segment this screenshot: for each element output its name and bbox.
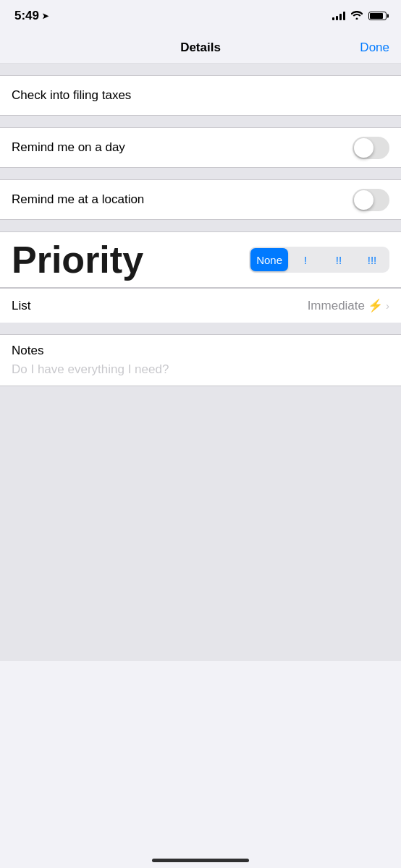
remind-day-toggle[interactable] — [353, 137, 389, 159]
section-gap-5 — [0, 323, 401, 334]
task-title-row[interactable]: Check into filing taxes — [0, 75, 401, 116]
section-gap-2 — [0, 116, 401, 127]
remind-day-row: Remind me on a day — [0, 127, 401, 168]
location-icon: ➤ — [42, 12, 48, 21]
list-row[interactable]: List Immediate ⚡ › — [0, 288, 401, 323]
remind-location-row: Remind me at a location — [0, 179, 401, 220]
priority-option-high[interactable]: !!! — [356, 248, 388, 271]
time-display: 5:49 — [14, 9, 39, 23]
task-title: Check into filing taxes — [12, 88, 131, 103]
status-right-icons — [332, 11, 387, 22]
list-chevron-icon: › — [386, 299, 389, 312]
section-gap-4 — [0, 220, 401, 231]
toggle-knob — [354, 138, 373, 158]
notes-placeholder: Do I have everything I need? — [12, 362, 389, 377]
priority-segmented-control[interactable]: None ! !! !!! — [249, 247, 389, 273]
nav-bar: Details Done — [0, 32, 401, 64]
status-bar: 5:49 ➤ — [0, 0, 401, 32]
done-button[interactable]: Done — [360, 41, 389, 55]
home-indicator — [152, 859, 249, 862]
list-value-text: Immediate — [308, 299, 365, 313]
priority-option-none[interactable]: None — [250, 248, 288, 271]
list-label: List — [12, 299, 30, 313]
remind-location-toggle[interactable] — [353, 189, 389, 211]
bottom-area — [0, 386, 401, 661]
notes-section[interactable]: Notes Do I have everything I need? — [0, 334, 401, 386]
remind-day-label: Remind me on a day — [12, 140, 125, 155]
toggle-knob-2 — [354, 190, 373, 210]
status-time: 5:49 ➤ — [14, 9, 48, 23]
battery-icon — [368, 12, 387, 20]
notes-label: Notes — [12, 344, 389, 358]
wifi-icon — [351, 11, 363, 22]
priority-row: Priority None ! !! !!! — [0, 231, 401, 288]
list-value: Immediate ⚡ › — [308, 298, 389, 313]
priority-option-low[interactable]: ! — [290, 248, 321, 271]
nav-title: Details — [180, 41, 221, 55]
list-value-icon: ⚡ — [368, 298, 383, 313]
remind-location-label: Remind me at a location — [12, 192, 144, 207]
signal-icon — [332, 12, 345, 20]
section-gap-1 — [0, 64, 401, 75]
section-gap-3 — [0, 168, 401, 179]
priority-label: Priority — [12, 241, 143, 278]
priority-option-medium[interactable]: !! — [323, 248, 355, 271]
